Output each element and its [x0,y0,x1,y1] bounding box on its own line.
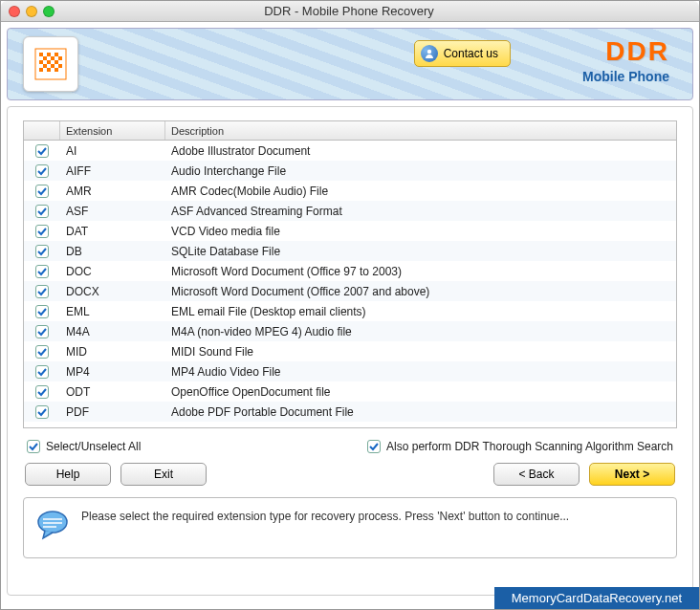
checkbox-icon [27,440,40,453]
svg-rect-7 [39,60,43,64]
exit-button[interactable]: Exit [120,463,207,486]
table-row[interactable]: ODTOpenOffice OpenDocument file [24,381,676,402]
extension-cell: AI [60,144,165,158]
checkbox-icon[interactable] [35,245,49,258]
description-cell: Audio Interchange File [165,164,676,178]
description-cell: OpenOffice OpenDocument file [165,385,676,399]
description-cell: Microsoft Word Document (Office 2007 and… [165,285,676,298]
extension-cell: DOC [60,265,165,278]
checkbox-icon[interactable] [35,144,49,158]
options-row: Select/Unselect All Also perform DDR Tho… [23,440,677,453]
table-row[interactable]: MIDMIDI Sound File [24,341,676,361]
table-row[interactable]: DATVCD Video media file [24,221,676,241]
contact-us-button[interactable]: Contact us [414,40,511,67]
svg-rect-8 [47,60,51,64]
svg-rect-2 [47,53,51,56]
extension-cell: MP4 [60,365,165,379]
back-button[interactable]: < Back [493,463,580,486]
next-button[interactable]: Next > [589,463,675,486]
extension-cell: ODT [60,385,165,399]
speech-bubble-icon [35,508,70,542]
buttons-row: Help Exit < Back Next > [23,463,677,486]
extension-cell: ASF [60,205,165,218]
logo-icon [32,45,70,83]
brand-title: DDR [582,36,669,67]
titlebar: DDR - Mobile Phone Recovery [1,1,699,22]
checkbox-icon[interactable] [35,365,49,379]
checkbox-icon[interactable] [35,205,49,218]
checkbox-icon [367,440,381,453]
description-cell: EML email File (Desktop email clients) [165,305,676,318]
svg-rect-15 [55,68,58,72]
description-cell: Microsoft Word Document (Office 97 to 20… [165,265,676,278]
hint-text: Please select the required extension typ… [81,508,569,525]
checkbox-icon[interactable] [35,405,49,419]
checkbox-icon[interactable] [35,164,49,178]
checkbox-icon[interactable] [35,325,49,338]
table-row[interactable]: ASFASF Advanced Streaming Format [24,201,676,221]
hint-box: Please select the required extension typ… [23,497,677,558]
help-button[interactable]: Help [25,463,111,486]
extension-cell: AIFF [60,164,165,178]
table-row[interactable]: DBSQLite Database File [24,241,676,261]
extension-cell: M4A [60,325,165,338]
footer-link[interactable]: MemoryCardDataRecovery.net [494,587,699,609]
contact-label: Contact us [444,47,498,60]
extension-cell: DB [60,245,165,258]
table-row[interactable]: MP4MP4 Audio Video File [24,361,676,381]
description-cell: M4A (non-video MPEG 4) Audio file [165,325,676,338]
checkbox-icon[interactable] [35,225,49,238]
table-header: Extension Description [24,121,676,141]
svg-rect-3 [55,53,58,56]
extension-cell: AMR [60,185,165,198]
description-cell: VCD Video media file [165,225,676,238]
extension-cell: DOCX [60,285,165,298]
app-window: DDR - Mobile Phone Recovery Contact us [0,0,700,610]
table-row[interactable]: AIFFAudio Interchange File [24,161,676,181]
person-icon [421,45,438,62]
description-cell: Adobe PDF Portable Document File [165,405,676,419]
description-cell: Adobe Illustrator Document [165,144,676,158]
table-row[interactable]: AIAdobe Illustrator Document [24,141,676,161]
extension-cell: EML [60,305,165,318]
checkbox-icon[interactable] [35,385,49,399]
svg-rect-14 [47,68,51,72]
table-row[interactable]: AMRAMR Codec(Mobile Audio) File [24,181,676,201]
svg-point-16 [427,50,430,54]
table-row[interactable]: EMLEML email File (Desktop email clients… [24,301,676,321]
brand-subtitle: Mobile Phone [582,69,669,84]
table-row[interactable]: DOCXMicrosoft Word Document (Office 2007… [24,281,676,301]
content-panel: Extension Description AIAdobe Illustrato… [7,106,693,596]
checkbox-icon[interactable] [35,285,49,298]
checkbox-icon[interactable] [35,305,49,318]
table-body: AIAdobe Illustrator DocumentAIFFAudio In… [24,141,676,422]
description-cell: MP4 Audio Video File [165,365,676,379]
svg-rect-10 [43,64,47,68]
checkbox-icon[interactable] [35,185,49,198]
thorough-scan-option[interactable]: Also perform DDR Thorough Scanning Algor… [367,440,673,453]
header-description[interactable]: Description [165,121,676,140]
svg-rect-13 [39,68,43,72]
brand: DDR Mobile Phone [582,36,669,84]
table-row[interactable]: DOCMicrosoft Word Document (Office 97 to… [24,261,676,281]
description-cell: ASF Advanced Streaming Format [165,205,676,218]
description-cell: MIDI Sound File [165,345,676,359]
svg-rect-5 [51,56,55,60]
description-cell: AMR Codec(Mobile Audio) File [165,185,676,198]
table-row[interactable]: PDFAdobe PDF Portable Document File [24,402,676,422]
header-extension[interactable]: Extension [60,121,165,140]
extension-cell: PDF [60,405,165,419]
checkbox-icon[interactable] [35,345,49,359]
thorough-label: Also perform DDR Thorough Scanning Algor… [386,440,673,453]
app-logo [23,36,78,92]
extension-table: Extension Description AIAdobe Illustrato… [23,120,677,428]
banner: Contact us DDR Mobile Phone [7,28,693,100]
window-title: DDR - Mobile Phone Recovery [7,4,691,18]
description-cell: SQLite Database File [165,245,676,258]
checkbox-icon[interactable] [35,265,49,278]
table-row[interactable]: M4AM4A (non-video MPEG 4) Audio file [24,321,676,341]
extension-cell: MID [60,345,165,359]
select-all-option[interactable]: Select/Unselect All [27,440,141,453]
svg-rect-9 [55,60,58,64]
select-all-label: Select/Unselect All [46,440,141,453]
